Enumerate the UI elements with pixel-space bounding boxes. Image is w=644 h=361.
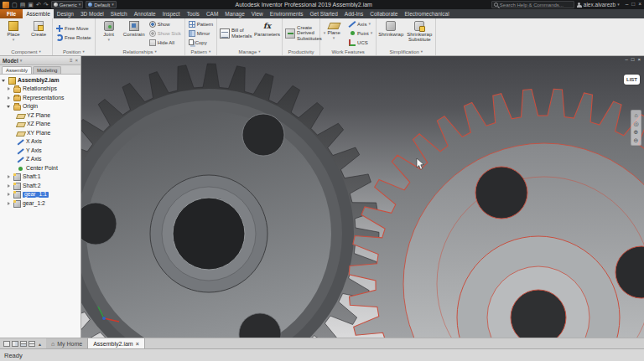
group-label-relationships[interactable]: Relationships ▾ bbox=[96, 48, 184, 55]
group-label-productivity[interactable]: Productivity bbox=[283, 48, 319, 55]
pattern-button[interactable]: Pattern bbox=[187, 20, 215, 28]
plane-button[interactable]: Plane ▾ bbox=[322, 19, 345, 47]
tab-add-ins[interactable]: Add-Ins bbox=[341, 9, 366, 18]
layout-split-vertical-icon[interactable] bbox=[12, 341, 18, 347]
tree-item-gear-1-2[interactable]: gear_1:2 bbox=[0, 199, 80, 209]
tree-item-assembly2[interactable]: Assembly2.iam bbox=[0, 76, 80, 85]
browser-tab-assembly[interactable]: Assembly bbox=[2, 66, 32, 74]
undo-icon[interactable]: ↶ bbox=[36, 2, 41, 8]
place-button[interactable]: Place ▾ bbox=[2, 19, 25, 47]
ucs-button[interactable]: UCS bbox=[347, 39, 374, 47]
search-input[interactable] bbox=[500, 3, 572, 8]
tab-electromechanical[interactable]: Electromechanical bbox=[401, 9, 452, 18]
copy-button[interactable]: Copy bbox=[187, 39, 215, 47]
hide-all-button[interactable]: Hide All bbox=[148, 39, 183, 47]
panel-menu-icon[interactable]: ≡ bbox=[70, 58, 73, 63]
chevron-down-icon[interactable]: ▾ bbox=[20, 59, 23, 63]
tab-view[interactable]: View bbox=[248, 9, 267, 18]
collapse-up-icon[interactable]: ▴ bbox=[37, 341, 43, 347]
tree-item-gear-1-1[interactable]: gear_1:1 bbox=[0, 191, 80, 200]
tree-item-shaft-1[interactable]: Shaft:1 bbox=[0, 173, 80, 183]
free-move-button[interactable]: Free Move bbox=[55, 24, 93, 33]
doc-minimize-icon[interactable]: – bbox=[626, 57, 628, 62]
tab-get-started[interactable]: Get Started bbox=[307, 9, 341, 18]
tab-environments[interactable]: Environments bbox=[267, 9, 307, 18]
bill-of-materials-button[interactable]: Bill of Materials bbox=[219, 19, 252, 47]
shrinkwrap-substitute-button[interactable]: Shrinkwrap Substitute bbox=[405, 19, 434, 47]
layout-single-icon[interactable] bbox=[3, 341, 10, 347]
axis-button[interactable]: Axis ▾ bbox=[347, 20, 374, 28]
expand-closed-icon[interactable] bbox=[7, 95, 12, 101]
tab-assemble[interactable]: Assemble bbox=[23, 9, 54, 18]
close-button[interactable]: × bbox=[638, 2, 641, 8]
group-label-manage[interactable]: Manage ▾ bbox=[217, 48, 282, 55]
panel-close-icon[interactable]: × bbox=[75, 58, 78, 63]
tab-sketch[interactable]: Sketch bbox=[107, 9, 131, 18]
tab-3d-model[interactable]: 3D Model bbox=[77, 9, 107, 18]
expand-open-icon[interactable] bbox=[2, 78, 7, 83]
expand-closed-icon[interactable] bbox=[7, 87, 12, 92]
doc-close-icon[interactable]: × bbox=[637, 57, 641, 62]
tab-collaborate[interactable]: Collaborate bbox=[366, 9, 401, 18]
expand-closed-icon[interactable] bbox=[7, 183, 12, 188]
help-search-box[interactable] bbox=[491, 1, 574, 8]
tab-annotate[interactable]: Annotate bbox=[131, 9, 159, 18]
tab-design[interactable]: Design bbox=[54, 9, 77, 18]
doc-restore-icon[interactable]: □ bbox=[631, 57, 635, 62]
nav-zoom-icon[interactable]: ⊖ bbox=[634, 137, 639, 143]
redo-icon[interactable]: ↷ bbox=[44, 2, 49, 8]
file-menu-button[interactable]: File bbox=[0, 9, 23, 18]
appearance-dropdown[interactable]: Default ▾ bbox=[86, 1, 117, 8]
expand-open-icon[interactable] bbox=[7, 105, 12, 110]
mirror-button[interactable]: Mirror bbox=[187, 29, 215, 38]
tree-item-z-axis[interactable]: Z Axis bbox=[0, 156, 80, 165]
point-button[interactable]: Point ▾ bbox=[347, 29, 374, 38]
save-icon[interactable]: ▣ bbox=[28, 2, 34, 8]
nav-home-icon[interactable]: ⌂ bbox=[634, 112, 637, 118]
user-account-menu[interactable]: alex.alvarezb ▾ bbox=[577, 2, 620, 8]
nav-pan-icon[interactable]: ⊕ bbox=[634, 129, 639, 135]
expand-closed-icon[interactable] bbox=[7, 175, 12, 180]
group-label-component[interactable]: Component ▾ bbox=[0, 48, 52, 55]
new-file-icon[interactable]: ▢ bbox=[12, 2, 18, 8]
tree-item-y-axis[interactable]: Y Axis bbox=[0, 147, 80, 156]
tree-item-representations[interactable]: Representations bbox=[0, 94, 80, 103]
create-derived-substitutes-button[interactable]: Create Derived Substitutes ▾ bbox=[284, 19, 318, 47]
group-label-work-features[interactable]: Work Features bbox=[320, 48, 376, 55]
open-file-icon[interactable]: ▤ bbox=[20, 2, 26, 8]
restore-button[interactable]: □ bbox=[631, 2, 635, 8]
inventor-logo-icon[interactable] bbox=[3, 2, 9, 8]
browser-tab-modeling[interactable]: Modeling bbox=[33, 66, 61, 74]
tab-tools[interactable]: Tools bbox=[184, 9, 203, 18]
tree-item-center-point[interactable]: Center Point bbox=[0, 164, 80, 173]
expand-closed-icon[interactable] bbox=[7, 201, 12, 206]
tab-cam[interactable]: CAM bbox=[203, 9, 221, 18]
tree-item-xz-plane[interactable]: XZ Plane bbox=[0, 121, 80, 130]
show-sick-button[interactable]: Show Sick bbox=[148, 29, 183, 38]
tree-item-yz-plane[interactable]: YZ Plane bbox=[0, 111, 80, 121]
joint-button[interactable]: Joint ▾ bbox=[97, 19, 121, 47]
tab-manage[interactable]: Manage bbox=[221, 9, 248, 18]
free-rotate-button[interactable]: Free Rotate bbox=[55, 34, 93, 42]
create-button[interactable]: Create bbox=[27, 19, 50, 47]
expand-closed-icon[interactable] bbox=[7, 193, 12, 198]
shrinkwrap-button[interactable]: Shrinkwrap bbox=[378, 19, 403, 47]
tab-my-home[interactable]: ⌂ My Home bbox=[46, 338, 88, 348]
nav-orbit-icon[interactable]: ◎ bbox=[633, 121, 638, 126]
viewport-3d[interactable]: – □ × LIST ⌂ ◎ ⊕ ⊖ bbox=[81, 56, 644, 338]
material-dropdown[interactable]: Generic ▾ bbox=[51, 1, 84, 8]
close-tab-icon[interactable]: × bbox=[136, 341, 139, 347]
group-label-pattern[interactable]: Pattern ▾ bbox=[185, 48, 216, 55]
layout-split-horizontal-icon[interactable] bbox=[20, 341, 27, 347]
constrain-button[interactable]: Constrain bbox=[122, 19, 146, 47]
group-label-position[interactable]: Position ▾ bbox=[53, 48, 95, 55]
layout-grid-icon[interactable] bbox=[29, 341, 35, 347]
tree-item-origin[interactable]: Origin bbox=[0, 103, 80, 112]
parameters-button[interactable]: fx Parameters bbox=[254, 19, 280, 47]
show-button[interactable]: Show bbox=[148, 20, 183, 28]
tree-item-xy-plane[interactable]: XY Plane bbox=[0, 129, 80, 138]
minimize-button[interactable]: – bbox=[626, 2, 629, 8]
tree-item-shaft-2[interactable]: Shaft:2 bbox=[0, 182, 80, 191]
tab-assembly2-document[interactable]: Assembly2.iam × bbox=[88, 338, 145, 348]
group-label-simplification[interactable]: Simplification ▾ bbox=[377, 48, 435, 55]
